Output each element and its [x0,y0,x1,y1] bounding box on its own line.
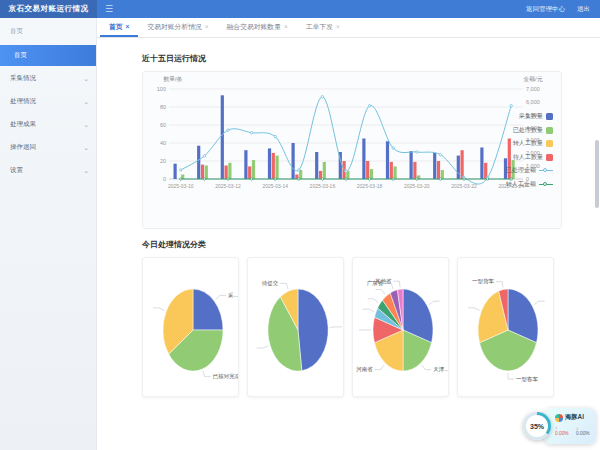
bar[interactable] [174,164,177,179]
tab-2[interactable]: 融合交易对账数量× [218,18,297,37]
bar[interactable] [315,152,318,179]
line-marker[interactable] [463,178,465,180]
line-marker[interactable] [486,178,488,180]
line-marker[interactable] [298,169,300,171]
sidebar-item-label: 操作退回 [10,143,36,152]
pie-label: 一型客车 [516,376,539,383]
line-marker[interactable] [345,170,347,172]
pie-slice[interactable] [193,289,223,330]
line-marker[interactable] [416,151,418,153]
bar[interactable] [410,151,413,179]
line-marker[interactable] [368,178,370,180]
bar[interactable] [457,156,460,179]
line-marker[interactable] [250,132,252,134]
bar[interactable] [276,156,279,179]
line-marker[interactable] [203,155,205,157]
logout-link[interactable]: 退出 [577,5,590,14]
bar[interactable] [413,162,416,179]
sidebar-item-1[interactable]: 采集情况⌄ [0,68,96,89]
tab-close-icon[interactable]: × [284,23,288,30]
line-marker[interactable] [180,169,182,171]
line-marker[interactable] [274,135,276,137]
legend-item[interactable]: 已处理数量 [513,126,553,135]
tab-0[interactable]: 首页× [100,18,138,37]
bar[interactable] [252,160,255,179]
bar[interactable] [228,163,231,179]
bar[interactable] [433,153,436,179]
pie-label-line [153,308,164,311]
line-marker[interactable] [368,105,370,107]
bar[interactable] [370,169,373,179]
sidebar-item-2[interactable]: 处理情况⌄ [0,91,96,112]
line-marker[interactable] [227,178,229,180]
line-marker[interactable] [416,178,418,180]
bar[interactable] [221,95,224,179]
bar[interactable] [362,139,365,180]
sidebar-group-label[interactable]: 首页 [0,18,96,45]
hamburger-menu-icon[interactable]: ☰ [105,4,113,14]
bar[interactable] [461,150,464,179]
pie-label: 河南省 [356,366,373,373]
line-marker[interactable] [180,178,182,180]
legend-item[interactable]: 转人工金额 [506,180,553,189]
bar[interactable] [225,166,228,180]
tab-1[interactable]: 交易对账分析情况× [138,18,217,37]
bar[interactable] [292,143,295,179]
bar[interactable] [386,141,389,179]
tab-3[interactable]: 工单下发× [297,18,349,37]
sidebar-item-5[interactable]: 设置⌄ [0,160,96,181]
legend-item[interactable]: 待人工数量 [513,153,553,162]
svg-text:40: 40 [160,140,166,146]
bar[interactable] [394,166,397,179]
tab-close-icon[interactable]: × [205,23,209,30]
line-marker[interactable] [274,178,276,180]
pie-label-line [280,283,288,289]
line-marker[interactable] [227,129,229,131]
line-marker[interactable] [345,178,347,180]
ai-assistant-card[interactable]: 海豚AI ↑ 0.00% ↓ 0.00% [544,408,596,444]
legend-label: 采集数量 [519,112,543,121]
bar[interactable] [437,161,440,179]
line-marker[interactable] [203,178,205,180]
pie-label-line [363,309,374,312]
svg-text:数量/条: 数量/条 [163,76,182,82]
bar[interactable] [366,161,369,179]
bar[interactable] [197,146,200,179]
svg-text:2025-03-20: 2025-03-20 [404,183,430,189]
line-marker[interactable] [321,96,323,98]
bar[interactable] [201,165,204,179]
bar[interactable] [323,162,326,179]
line-marker[interactable] [321,178,323,180]
sidebar-item-3[interactable]: 处理成果⌄ [0,114,96,135]
line-marker[interactable] [439,153,441,155]
line-marker[interactable] [392,178,394,180]
legend-item[interactable]: 转人工数量 [513,139,553,148]
pie-label-line [368,299,379,303]
pie-slice[interactable] [298,289,328,371]
legend-item[interactable]: 采集数量 [519,112,553,121]
app-title: 京石交易对账运行情况 [0,0,97,18]
line-marker[interactable] [510,105,512,107]
line-marker[interactable] [250,178,252,180]
back-to-console-link[interactable]: 返回管理中心 [526,5,565,14]
sidebar-item-label: 采集情况 [10,74,36,83]
bar[interactable] [268,148,271,179]
bar[interactable] [205,166,208,180]
legend-item[interactable]: 已处理金额 [506,166,553,175]
line-marker[interactable] [298,178,300,180]
bar[interactable] [272,153,275,179]
legend-swatch-icon [546,127,553,134]
progress-badge[interactable]: 35% [523,412,551,440]
line-marker[interactable] [439,178,441,180]
legend-swatch-icon [546,140,553,147]
bar[interactable] [248,166,251,179]
tab-close-icon[interactable]: × [336,23,340,30]
sidebar-item-0[interactable]: 首页 [0,45,96,66]
vertical-scrollbar[interactable] [595,140,599,208]
line-marker[interactable] [392,147,394,149]
bar[interactable] [390,162,393,179]
bar[interactable] [480,148,483,180]
tab-close-icon[interactable]: × [126,23,130,30]
bar[interactable] [244,150,247,179]
sidebar-item-4[interactable]: 操作退回⌄ [0,137,96,158]
